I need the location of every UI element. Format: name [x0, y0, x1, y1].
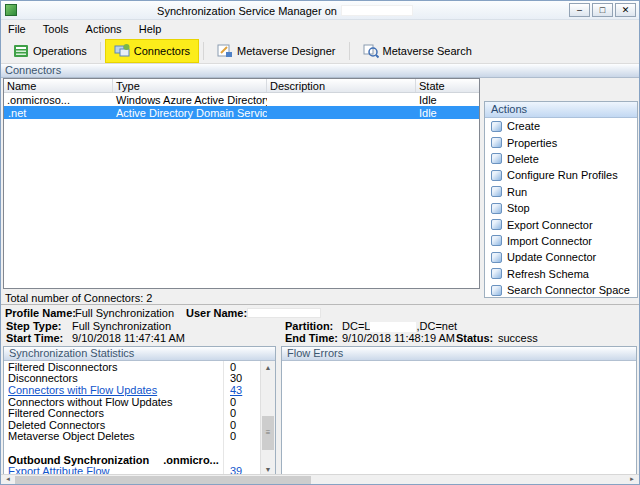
menu-actions[interactable]: Actions	[79, 21, 129, 37]
connectors-icon	[114, 43, 130, 59]
outbound-synchronization-row: Outbound Synchronization .onmicro...	[4, 454, 260, 466]
connectors-button[interactable]: Connectors	[105, 39, 199, 63]
metaverse-designer-button[interactable]: Metaverse Designer	[208, 39, 344, 63]
connector-name: .onmicroso...	[7, 94, 70, 106]
stat-row: Connectors with Flow Updates 43	[4, 384, 260, 396]
scrollbar-thumb[interactable]	[15, 476, 311, 484]
action-update-connector[interactable]: Update Connector	[485, 249, 637, 265]
scroll-left-arrow-icon[interactable]: ◄	[1, 475, 15, 484]
column-separator	[223, 361, 224, 476]
menu-tools[interactable]: Tools	[36, 21, 76, 37]
maximize-button[interactable]: □	[592, 3, 613, 17]
action-delete[interactable]: Delete	[485, 151, 637, 167]
metaverse-search-button[interactable]: Metaverse Search	[354, 39, 481, 63]
connector-type: Active Directory Domain Services	[113, 107, 267, 119]
metaverse-search-label: Metaverse Search	[383, 45, 472, 57]
action-configure-run-profiles[interactable]: Configure Run Profiles	[485, 167, 637, 183]
connectors-with-flow-updates-count-link[interactable]: 43	[223, 384, 242, 396]
status-label: Status:	[456, 332, 493, 344]
start-time-label: Start Time:	[6, 332, 63, 344]
outbound-connector-name: .onmicro...	[163, 454, 219, 466]
action-import-connector[interactable]: Import Connector	[485, 233, 637, 249]
run-icon	[491, 186, 502, 197]
action-create[interactable]: Create	[485, 118, 637, 134]
action-label: Export Connector	[507, 219, 593, 231]
metaverse-designer-icon	[217, 43, 233, 59]
import-connector-icon	[491, 235, 502, 246]
update-connector-icon	[491, 252, 502, 263]
menu-help[interactable]: Help	[132, 21, 169, 37]
actions-panel: Actions Create Properties Delete Configu…	[484, 101, 638, 298]
stat-value: 0	[223, 419, 236, 431]
stat-row: Disconnectors 30	[4, 373, 260, 385]
column-header-description[interactable]: Description	[267, 79, 416, 92]
stat-row: Connectors without Flow Updates 0	[4, 396, 260, 408]
connector-row-azure[interactable]: .onmicroso... Windows Azure Active Direc…	[4, 93, 479, 106]
stat-row: Filtered Disconnectors 0	[4, 361, 260, 373]
action-label: Delete	[507, 153, 539, 165]
stat-label: Filtered Disconnectors	[4, 361, 223, 373]
stat-label: Connectors without Flow Updates	[4, 396, 223, 408]
window-controls: – □ ✕	[569, 3, 636, 17]
metaverse-designer-label: Metaverse Designer	[237, 45, 335, 57]
search-connector-space-icon	[491, 285, 502, 296]
toolbar-separator	[203, 42, 204, 60]
action-run[interactable]: Run	[485, 184, 637, 200]
refresh-schema-icon	[491, 268, 502, 279]
start-time-value: 9/10/2018 11:47:41 AM	[72, 332, 185, 344]
connector-type: Windows Azure Active Directory (Micr...	[113, 94, 267, 106]
stat-label: Metaverse Object Deletes	[4, 430, 223, 442]
action-search-connector-space[interactable]: Search Connector Space	[485, 282, 637, 298]
operations-label: Operations	[33, 45, 87, 57]
stat-row: Deleted Connectors 0	[4, 419, 260, 431]
action-label: Refresh Schema	[507, 268, 589, 280]
profile-name-label: Profile Name:	[5, 307, 76, 319]
scrollbar-thumb[interactable]: ≡	[262, 416, 274, 450]
statistics-body: Filtered Disconnectors 0 Disconnectors 3…	[4, 361, 260, 476]
action-label: Import Connector	[507, 235, 592, 247]
action-properties[interactable]: Properties	[485, 134, 637, 150]
operations-button[interactable]: Operations	[4, 39, 96, 63]
action-export-connector[interactable]: Export Connector	[485, 216, 637, 232]
synchronization-statistics-panel: Synchronization Statistics Filtered Disc…	[3, 346, 276, 477]
action-label: Create	[507, 120, 540, 132]
close-button[interactable]: ✕	[615, 3, 636, 17]
flow-errors-panel: Flow Errors	[281, 346, 637, 477]
stop-icon	[491, 203, 502, 214]
total-connectors-label: Total number of Connectors: 2	[5, 292, 152, 304]
actions-panel-header: Actions	[485, 102, 637, 118]
connector-state: Idle	[416, 107, 479, 119]
scroll-up-arrow-icon[interactable]: ▲	[261, 361, 275, 374]
horizontal-scrollbar[interactable]: ◄ ►	[1, 474, 639, 484]
flow-errors-header: Flow Errors	[282, 347, 636, 361]
column-header-name[interactable]: Name	[4, 79, 113, 92]
connectors-with-flow-updates-link[interactable]: Connectors with Flow Updates	[4, 384, 223, 396]
delete-icon	[491, 153, 502, 164]
toolbar-separator	[100, 42, 101, 60]
connectors-label: Connectors	[134, 45, 190, 57]
action-stop[interactable]: Stop	[485, 200, 637, 216]
titlebar: Synchronization Service Manager on – □ ✕	[1, 1, 639, 20]
window-title: Synchronization Service Manager on	[157, 5, 337, 17]
stat-value: 0	[223, 361, 236, 373]
step-type-value: Full Synchronization	[72, 320, 171, 332]
stat-label: Filtered Connectors	[4, 407, 223, 419]
stat-row: Filtered Connectors 0	[4, 407, 260, 419]
column-header-state[interactable]: State	[416, 79, 479, 92]
statistics-vertical-scrollbar[interactable]: ▲ ≡ ▼	[260, 361, 275, 476]
connector-row-ad[interactable]: .net Active Directory Domain Services Id…	[4, 106, 479, 119]
menu-file[interactable]: File	[1, 21, 33, 37]
partition-label: Partition:	[285, 320, 333, 332]
redaction-server-name	[341, 5, 413, 16]
toolbar: Operations Connectors Metaverse Designer…	[1, 38, 639, 64]
status-value: success	[498, 332, 538, 344]
scroll-right-arrow-icon[interactable]: ►	[625, 475, 639, 484]
redaction-partition	[370, 322, 416, 332]
outbound-synchronization-label: Outbound Synchronization	[4, 454, 149, 466]
minimize-button[interactable]: –	[569, 3, 590, 17]
operations-icon	[13, 43, 29, 59]
column-header-type[interactable]: Type	[113, 79, 267, 92]
connectors-table: Name Type Description State .onmicroso..…	[3, 78, 480, 289]
action-refresh-schema[interactable]: Refresh Schema	[485, 266, 637, 282]
action-label: Run	[507, 186, 527, 198]
